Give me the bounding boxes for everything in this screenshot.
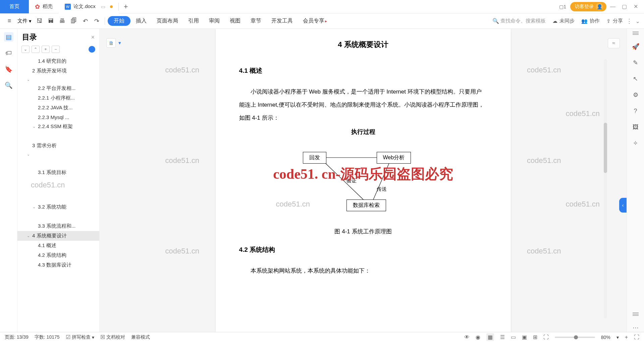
view-outline-icon[interactable]: ☰	[500, 334, 505, 340]
menu-insert[interactable]: 插入	[131, 16, 151, 26]
rocket-icon[interactable]: 🚀	[631, 42, 640, 51]
settings-slider-icon[interactable]: ⚙	[631, 91, 640, 99]
cursor-icon[interactable]: ↖	[631, 74, 640, 83]
view-web-icon[interactable]: ▭	[511, 334, 516, 340]
sync-button[interactable]: ☁未同步	[552, 18, 575, 24]
image-icon[interactable]: 🖼	[631, 123, 640, 131]
zoom-value[interactable]: 80%	[601, 335, 610, 340]
toc-item[interactable]: ⌄	[17, 151, 99, 158]
zoom-add-icon[interactable]: +	[625, 334, 628, 340]
hamburger-icon[interactable]: ≡	[4, 16, 15, 26]
toc-item[interactable]: 4.1 概述	[17, 241, 99, 250]
side-pull-tab[interactable]: ‹	[619, 198, 627, 213]
collab-button[interactable]: 👥协作	[581, 18, 600, 24]
tag-icon[interactable]: 🏷	[4, 48, 13, 58]
status-words[interactable]: 字数: 10175	[35, 334, 60, 340]
scrollbar-thumb[interactable]	[604, 123, 607, 173]
toc-item[interactable]: ⌄3.2 系统功能	[17, 202, 99, 212]
toc-item[interactable]: 3.3 系统流程和...	[17, 221, 99, 231]
tab-home[interactable]: 首页	[0, 0, 29, 13]
chevron-icon: ⌄	[33, 124, 37, 129]
watermark-banner: code51. cn-源码乐园盗图必究	[273, 165, 453, 183]
more-horiz-icon[interactable]: ⋯	[631, 323, 640, 332]
search-box[interactable]: 🔍 查找命令、搜索模板	[492, 18, 546, 24]
fullscreen-icon[interactable]: ⛶	[634, 334, 639, 340]
toc-item[interactable]: ⌄	[17, 76, 99, 83]
menu-vip[interactable]: 会员专享▸	[298, 16, 332, 26]
undo-icon[interactable]: ↶	[80, 16, 91, 26]
menu-devtools[interactable]: 开发工具	[267, 16, 298, 26]
zoom-slider[interactable]	[555, 337, 595, 338]
toc-item[interactable]: 4.2 系统结构	[17, 250, 99, 260]
toc-add-icon[interactable]: +	[42, 46, 50, 53]
toc-remove-icon[interactable]: −	[52, 46, 60, 53]
bookmark-icon[interactable]: 🔖	[4, 64, 13, 74]
window-counter[interactable]: ▢1	[556, 3, 569, 11]
menu-review[interactable]: 审阅	[204, 16, 224, 26]
focus-icon[interactable]: ◉	[476, 334, 480, 340]
chevron-icon: ⌄	[27, 152, 31, 157]
tab-document[interactable]: W 论文.docx ▭	[59, 0, 119, 13]
toc-item[interactable]: ⌄2.2.4 SSM 框架	[17, 122, 99, 131]
collapse-ribbon-icon[interactable]: ⌃	[636, 18, 640, 24]
view-page-icon[interactable]: ▦	[486, 333, 494, 341]
grid-icon[interactable]: ⊞	[533, 334, 537, 340]
redo-icon[interactable]: ↷	[91, 16, 102, 26]
more-icon[interactable]: ⋮	[626, 17, 632, 25]
share-button[interactable]: ⇪分享	[606, 18, 623, 24]
menu-layout[interactable]: 页面布局	[152, 16, 183, 26]
print-icon[interactable]: 🖶	[57, 16, 68, 26]
toc-item[interactable]: 4.3 数据库设计	[17, 260, 99, 270]
people-icon: 👥	[581, 18, 588, 24]
print-preview-icon[interactable]: 🗐	[68, 16, 79, 26]
toc-item[interactable]: ⌄4 系统概要设计	[17, 231, 99, 241]
drag-handle-icon[interactable]	[633, 312, 639, 316]
toc-item[interactable]: 2.2 平台开发相...	[17, 83, 99, 93]
menu-start[interactable]: 开始	[108, 16, 130, 26]
menu-chapter[interactable]: 章节	[246, 16, 266, 26]
outline-icon[interactable]: ▤	[4, 32, 13, 42]
drag-handle-icon[interactable]	[633, 32, 639, 35]
tab-add-button[interactable]: +	[119, 2, 133, 11]
file-menu[interactable]: 文件▾	[15, 16, 34, 25]
status-spellcheck[interactable]: ☑拼写检查 ▾	[66, 334, 94, 340]
left-iconbar: ▤ 🏷 🔖 🔍	[0, 29, 17, 332]
find-icon[interactable]: 🔍	[4, 80, 13, 90]
status-compat[interactable]: 兼容模式	[131, 334, 150, 340]
maximize-button[interactable]: ▢	[619, 2, 629, 12]
minimize-button[interactable]: —	[608, 2, 618, 12]
pencil-icon[interactable]: ✎	[631, 58, 640, 67]
toc-item[interactable]: 2.2.2 JAVA 技...	[17, 103, 99, 113]
zoom-fit-icon[interactable]: ⛶	[543, 334, 549, 340]
toc-item[interactable]: 3.1 系统目标	[17, 168, 99, 177]
help-icon[interactable]: ?	[631, 107, 640, 115]
float-caret-icon[interactable]: ▾	[117, 38, 122, 48]
toc-item[interactable]: 2 系统开发环境	[17, 66, 99, 76]
tab-daoke[interactable]: ✿ 稻壳	[29, 0, 59, 13]
toc-collapse-icon[interactable]: ⌄	[21, 46, 30, 53]
zoom-thumb[interactable]	[574, 335, 578, 339]
login-button[interactable]: 访客登录 👤	[570, 2, 606, 11]
collapse-pane-icon[interactable]: ≈	[608, 38, 620, 48]
status-proof[interactable]: ☒文档校对	[100, 334, 125, 340]
toc-close-icon[interactable]: ×	[91, 34, 95, 41]
save-as-icon[interactable]: 🖬	[46, 16, 56, 26]
menu-view[interactable]: 视图	[225, 16, 245, 26]
eye-icon[interactable]: 👁	[464, 334, 470, 340]
toc-settings-icon[interactable]	[89, 46, 95, 53]
status-page[interactable]: 页面: 13/39	[5, 334, 29, 340]
menu-reference[interactable]: 引用	[183, 16, 204, 26]
document-page[interactable]: 4 系统概要设计 4.1 概述 小说阅读器小程序基于 Web 服务模式，是一个适…	[216, 29, 511, 332]
sparkle-icon[interactable]: ✧	[631, 139, 640, 148]
close-button[interactable]: ✕	[631, 2, 641, 12]
toc-item[interactable]: 1.4 研究目的	[17, 56, 99, 66]
page-icon[interactable]: 🗎	[106, 38, 116, 48]
save-icon[interactable]: 🖫	[34, 16, 45, 26]
toc-expand-icon[interactable]: ⌃	[32, 46, 40, 53]
view-read-icon[interactable]: ▣	[522, 334, 527, 340]
toc-item[interactable]: 3 需求分析	[17, 141, 99, 151]
vertical-scrollbar[interactable]	[604, 59, 607, 319]
toc-item[interactable]: 2.2.1 小程序框...	[17, 93, 99, 103]
toc-item[interactable]: 2.2.3 Mysql ...	[17, 113, 99, 122]
watermark: code51.cn	[17, 181, 99, 189]
